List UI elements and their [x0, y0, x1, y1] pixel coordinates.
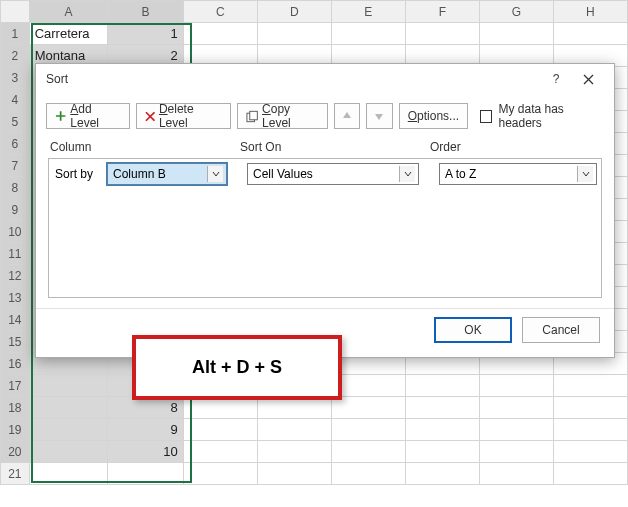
row-header[interactable]: 9 [1, 199, 30, 221]
col-header[interactable]: H [553, 1, 627, 23]
chevron-down-icon [399, 166, 415, 182]
row-header[interactable]: 15 [1, 331, 30, 353]
help-button[interactable]: ? [540, 65, 572, 93]
row-header[interactable]: 17 [1, 375, 30, 397]
row-header[interactable]: 10 [1, 221, 30, 243]
row-header[interactable]: 13 [1, 287, 30, 309]
sort-levels-list: Sort by Column B Cell Values A to Z [48, 158, 602, 298]
cell[interactable]: 1 [108, 23, 183, 45]
close-icon [583, 74, 594, 85]
row-header[interactable]: 20 [1, 441, 30, 463]
x-icon [145, 111, 155, 122]
chevron-down-icon [577, 166, 593, 182]
row-header[interactable]: 19 [1, 419, 30, 441]
sort-level-row: Sort by Column B Cell Values A to Z [53, 163, 597, 185]
copy-level-button[interactable]: Copy Level [237, 103, 328, 129]
header-order: Order [430, 140, 600, 154]
arrow-up-icon [342, 111, 352, 121]
move-down-button[interactable] [366, 103, 393, 129]
titlebar: Sort ? [36, 64, 614, 94]
order-combo[interactable]: A to Z [439, 163, 597, 185]
row-header[interactable]: 7 [1, 155, 30, 177]
dialog-toolbar: Add Level Delete Level Copy Level Option… [36, 94, 614, 138]
shortcut-callout: Alt + D + S [132, 335, 342, 400]
delete-level-button[interactable]: Delete Level [136, 103, 231, 129]
dialog-title: Sort [46, 72, 540, 86]
cell[interactable] [183, 23, 257, 45]
ok-button[interactable]: OK [434, 317, 512, 343]
sorton-combo[interactable]: Cell Values [247, 163, 419, 185]
row-header[interactable]: 12 [1, 265, 30, 287]
row-header[interactable]: 21 [1, 463, 30, 485]
options-button[interactable]: Options... [399, 103, 468, 129]
header-column: Column [50, 140, 240, 154]
arrow-down-icon [374, 111, 384, 121]
move-up-button[interactable] [334, 103, 361, 129]
col-header[interactable]: B [108, 1, 183, 23]
col-header[interactable]: F [405, 1, 479, 23]
col-header[interactable]: G [479, 1, 553, 23]
cell[interactable]: 9 [108, 419, 183, 441]
cell[interactable] [405, 23, 479, 45]
close-button[interactable] [572, 65, 604, 93]
checkbox-icon [480, 110, 492, 123]
sortby-label: Sort by [53, 167, 101, 181]
cell[interactable] [257, 23, 331, 45]
select-all-corner[interactable] [1, 1, 30, 23]
copy-icon [246, 110, 258, 123]
row-header[interactable]: 2 [1, 45, 30, 67]
col-header[interactable]: E [331, 1, 405, 23]
col-header[interactable]: A [29, 1, 108, 23]
header-sorton: Sort On [240, 140, 430, 154]
sortby-combo[interactable]: Column B [107, 163, 227, 185]
cell[interactable]: Carretera [29, 23, 108, 45]
col-header[interactable]: D [257, 1, 331, 23]
row-header[interactable]: 4 [1, 89, 30, 111]
row-header[interactable]: 5 [1, 111, 30, 133]
cell[interactable]: 10 [108, 441, 183, 463]
row-header[interactable]: 8 [1, 177, 30, 199]
row-header[interactable]: 18 [1, 397, 30, 419]
col-header[interactable]: C [183, 1, 257, 23]
plus-icon [55, 110, 66, 122]
row-header[interactable]: 11 [1, 243, 30, 265]
row-header[interactable]: 3 [1, 67, 30, 89]
cell[interactable] [331, 23, 405, 45]
column-headers: Column Sort On Order [36, 138, 614, 158]
cancel-button[interactable]: Cancel [522, 317, 600, 343]
add-level-button[interactable]: Add Level [46, 103, 130, 129]
chevron-down-icon [207, 166, 223, 182]
headers-checkbox[interactable]: My data has headers [480, 102, 604, 130]
row-header[interactable]: 14 [1, 309, 30, 331]
cell[interactable] [479, 23, 553, 45]
sort-dialog: Sort ? Add Level Delete Level Copy Level… [35, 63, 615, 358]
row-header[interactable]: 1 [1, 23, 30, 45]
svg-rect-1 [250, 111, 258, 119]
cell[interactable] [553, 23, 627, 45]
row-header[interactable]: 16 [1, 353, 30, 375]
row-header[interactable]: 6 [1, 133, 30, 155]
